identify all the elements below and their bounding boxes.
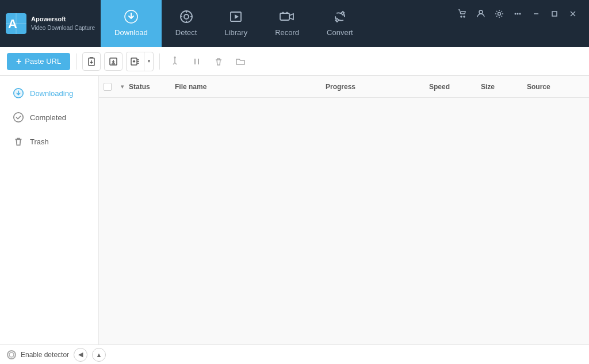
- header-progress: Progress: [326, 83, 429, 91]
- minimize-button[interactable]: [528, 6, 544, 22]
- record-icon: [279, 9, 295, 25]
- sidebar-item-trash[interactable]: Trash: [3, 130, 95, 153]
- svg-rect-24: [552, 12, 557, 16]
- maximize-button[interactable]: [546, 6, 563, 22]
- download-small-icon: [108, 56, 118, 67]
- library-icon: [228, 9, 244, 25]
- tab-library[interactable]: Library: [211, 0, 261, 47]
- svg-point-37: [9, 352, 14, 357]
- checkbox-inner: [104, 83, 112, 91]
- tab-detect[interactable]: Detect: [162, 0, 211, 47]
- delete-button[interactable]: [209, 52, 228, 71]
- user-icon[interactable]: [473, 6, 489, 22]
- content-area: ▾ Status File name Progress Speed Size S…: [99, 76, 589, 344]
- table-body: [99, 98, 589, 344]
- folder-icon: [235, 56, 246, 67]
- statusbar: Enable detector ◀ ▲: [0, 344, 589, 364]
- header-source: Source: [527, 83, 584, 91]
- toolbar: + Paste URL ▾: [0, 47, 589, 76]
- header-status: Status: [129, 83, 175, 91]
- toolbar-separator-2: [159, 53, 160, 70]
- header-size: Size: [481, 83, 527, 91]
- open-folder-button[interactable]: [231, 52, 250, 71]
- more-icon[interactable]: [510, 6, 526, 22]
- tab-download[interactable]: Download: [101, 0, 162, 47]
- app-title-text: Apowersoft Video Download Capture: [31, 15, 95, 32]
- statusbar-prev-button[interactable]: ◀: [74, 348, 87, 362]
- window-controls: [454, 0, 583, 22]
- svg-point-18: [479, 10, 483, 14]
- svg-point-6: [184, 14, 189, 19]
- toolbar-separator-1: [76, 53, 77, 70]
- pause-button[interactable]: [188, 52, 206, 71]
- plus-icon: +: [16, 56, 21, 67]
- download-options-main: [127, 52, 144, 71]
- sidebar-item-completed[interactable]: Completed: [3, 106, 95, 129]
- pause-icon: [192, 56, 202, 67]
- tab-convert[interactable]: Convert: [313, 0, 367, 47]
- sidebar-trash-icon: [13, 136, 24, 147]
- svg-point-15: [286, 12, 288, 14]
- statusbar-next-button[interactable]: ▲: [92, 348, 106, 362]
- cart-icon[interactable]: [454, 6, 471, 22]
- nav-tabs: Download Detect Library: [101, 0, 454, 47]
- table-header: ▾ Status File name Progress Speed Size S…: [99, 76, 589, 98]
- enable-detector-label[interactable]: Enable detector: [21, 351, 69, 359]
- download-options-icon: [130, 56, 140, 67]
- pin-button[interactable]: [166, 52, 184, 71]
- download-options-button[interactable]: ▾: [126, 52, 154, 71]
- header-sort-arrow[interactable]: ▾: [121, 83, 129, 90]
- convert-icon: [332, 9, 348, 25]
- trash-icon: [213, 56, 224, 67]
- tab-record[interactable]: Record: [261, 0, 313, 47]
- header-filename: File name: [175, 83, 326, 91]
- main-area: Downloading Completed Trash ▾ Status: [0, 76, 589, 344]
- header-speed: Speed: [429, 83, 481, 91]
- paste-url-button[interactable]: + Paste URL: [7, 53, 70, 70]
- svg-point-36: [14, 113, 23, 122]
- sidebar-item-downloading[interactable]: Downloading: [3, 82, 95, 105]
- close-button[interactable]: [565, 6, 581, 22]
- detect-icon: [178, 9, 194, 25]
- dropdown-arrow-icon[interactable]: ▾: [144, 52, 153, 71]
- titlebar: A Apowersoft Video Download Capture Down…: [0, 0, 589, 47]
- header-checkbox[interactable]: [104, 83, 121, 91]
- svg-point-20: [515, 13, 517, 15]
- completed-icon: [13, 112, 24, 123]
- svg-point-22: [519, 13, 521, 15]
- detector-circle-icon: [9, 352, 14, 358]
- download-icon: [123, 9, 139, 25]
- clipboard-upload-icon: [86, 56, 97, 67]
- app-logo-icon: A: [6, 13, 26, 34]
- downloading-icon: [13, 87, 24, 99]
- pin-icon: [170, 56, 180, 67]
- svg-point-17: [464, 16, 465, 17]
- settings-icon[interactable]: [491, 6, 507, 22]
- detector-status-icon: [7, 350, 16, 359]
- download-button[interactable]: [104, 52, 123, 71]
- svg-point-14: [282, 12, 284, 14]
- svg-rect-13: [280, 13, 289, 20]
- add-url-from-clipboard-button[interactable]: [82, 52, 101, 71]
- svg-point-19: [498, 13, 501, 16]
- svg-point-16: [461, 16, 462, 17]
- svg-point-21: [517, 13, 519, 15]
- svg-marker-12: [235, 14, 239, 19]
- app-logo: A Apowersoft Video Download Capture: [6, 13, 95, 34]
- sidebar: Downloading Completed Trash: [0, 76, 99, 344]
